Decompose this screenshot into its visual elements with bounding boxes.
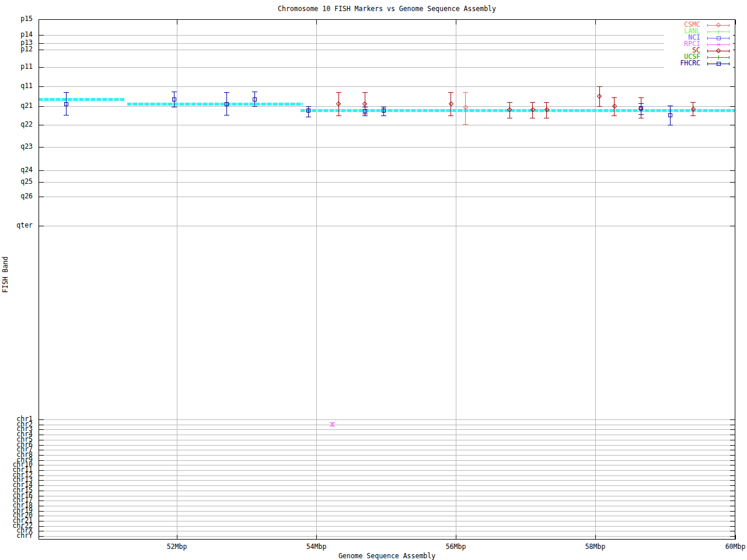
y-tick bbox=[39, 170, 44, 171]
y-tick-right bbox=[730, 86, 735, 87]
error-bar-cap bbox=[597, 106, 602, 107]
legend-sample-cap bbox=[707, 43, 708, 46]
y-tick-right bbox=[730, 496, 735, 496]
error-bar-cap bbox=[64, 92, 69, 93]
x-tick bbox=[595, 535, 596, 540]
y-tick-right bbox=[730, 536, 735, 537]
y-tick-label: p11 bbox=[4, 64, 33, 71]
marker-square bbox=[363, 109, 367, 113]
error-bar-cap bbox=[336, 92, 341, 93]
y-tick-right bbox=[730, 485, 735, 486]
marker-square bbox=[306, 108, 310, 113]
y-tick bbox=[39, 182, 44, 183]
y-tick bbox=[39, 465, 44, 466]
y-tick bbox=[39, 480, 44, 481]
legend-sample-cap bbox=[729, 43, 729, 46]
y-tick-label: chrY bbox=[4, 533, 33, 540]
error-bar-cap bbox=[448, 116, 453, 116]
y-tick bbox=[39, 147, 44, 148]
x-tick bbox=[316, 535, 317, 540]
y-tick bbox=[39, 450, 44, 450]
legend-sample-cap bbox=[707, 30, 708, 33]
error-bar-cap bbox=[172, 107, 177, 107]
error-bar-cap bbox=[597, 86, 602, 87]
y-tick-right bbox=[730, 455, 735, 456]
x-tick-label: 60Mbp bbox=[715, 544, 747, 551]
legend-sample-cap bbox=[707, 24, 708, 27]
marker-square bbox=[717, 62, 721, 66]
error-bar-cap bbox=[544, 102, 549, 103]
y-tick bbox=[39, 197, 44, 197]
y-tick bbox=[39, 491, 44, 491]
legend-sample-cap bbox=[729, 24, 729, 27]
x-tick-top bbox=[595, 20, 596, 24]
x-tick-label: 54Mbp bbox=[296, 544, 337, 551]
y-tick-label: p14 bbox=[4, 32, 33, 38]
y-tick-right bbox=[730, 521, 735, 522]
error-bar-cap bbox=[64, 115, 69, 116]
y-tick-right bbox=[730, 511, 735, 512]
error-bar-cap bbox=[507, 118, 512, 118]
marker-plus-v bbox=[718, 55, 719, 60]
error-bar-cap bbox=[224, 115, 229, 116]
y-tick-label: q21 bbox=[4, 103, 33, 110]
error-bar-cap bbox=[381, 107, 386, 107]
y-tick bbox=[39, 445, 44, 446]
error-bar-cap bbox=[172, 92, 177, 92]
y-tick bbox=[39, 425, 44, 425]
x-tick-top bbox=[316, 20, 317, 24]
marker-square bbox=[64, 102, 68, 106]
error-bar-cap bbox=[668, 106, 673, 106]
error-bar-cap bbox=[330, 426, 335, 426]
y-tick bbox=[39, 521, 44, 522]
y-tick-right bbox=[730, 526, 735, 527]
y-tick-right bbox=[730, 435, 735, 435]
error-bar-cap bbox=[612, 116, 617, 116]
y-tick bbox=[39, 536, 44, 537]
error-bar-cap bbox=[381, 116, 386, 116]
error-bar-cap bbox=[690, 116, 696, 116]
legend-sample-cap bbox=[707, 37, 708, 40]
error-bar-cap bbox=[668, 125, 673, 125]
y-tick bbox=[39, 440, 44, 440]
y-tick bbox=[39, 511, 44, 512]
y-tick bbox=[39, 506, 44, 506]
fish-marker-chart: Chromosome 10 FISH Markers vs Genome Seq… bbox=[0, 0, 747, 560]
y-tick-right bbox=[730, 429, 735, 430]
y-tick-right bbox=[730, 125, 735, 125]
y-tick bbox=[39, 429, 44, 430]
y-tick bbox=[39, 455, 44, 456]
y-tick-right bbox=[730, 147, 735, 148]
y-tick bbox=[39, 485, 44, 486]
y-axis-title: FISH Band bbox=[2, 240, 9, 310]
legend-sample-cap bbox=[729, 30, 729, 33]
y-tick-right bbox=[730, 425, 735, 425]
y-tick-right bbox=[730, 465, 735, 466]
x-tick bbox=[177, 535, 177, 540]
error-bar-cap bbox=[612, 97, 617, 98]
y-tick bbox=[39, 106, 44, 107]
error-bar-cap bbox=[507, 102, 512, 103]
error-bar-cap bbox=[252, 92, 257, 92]
error-bar-cap bbox=[463, 92, 468, 93]
error-bar-cap bbox=[306, 106, 311, 107]
marker-square bbox=[225, 102, 229, 106]
y-tick bbox=[39, 419, 44, 420]
x-tick bbox=[456, 535, 456, 540]
y-tick-right bbox=[730, 197, 735, 197]
y-tick-right bbox=[730, 516, 735, 516]
y-tick-right bbox=[730, 506, 735, 506]
y-tick-label: q24 bbox=[4, 167, 33, 174]
y-tick bbox=[39, 501, 44, 501]
y-tick-right bbox=[730, 419, 735, 420]
legend-sample-cap bbox=[729, 62, 729, 65]
y-tick-right bbox=[730, 106, 735, 107]
y-tick bbox=[39, 516, 44, 516]
y-tick-label: q23 bbox=[4, 144, 33, 150]
error-bar-cap bbox=[336, 116, 341, 116]
error-bar-cap bbox=[362, 116, 368, 116]
y-tick bbox=[39, 125, 44, 125]
x-tick bbox=[735, 535, 736, 540]
error-bar-cap bbox=[638, 114, 644, 115]
y-tick-right bbox=[730, 475, 735, 476]
